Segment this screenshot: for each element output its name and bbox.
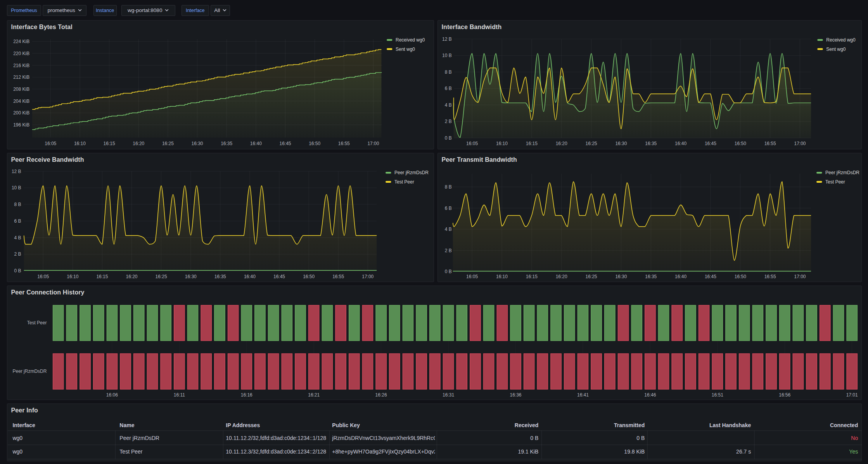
svg-text:6 B: 6 B (444, 86, 451, 92)
svg-text:16:15: 16:15 (526, 274, 537, 279)
svg-text:Sent wg0: Sent wg0 (396, 47, 415, 52)
svg-text:8 B: 8 B (14, 202, 21, 207)
svg-text:16:15: 16:15 (96, 274, 108, 279)
svg-text:Peer jRzmDsDR: Peer jRzmDsDR (825, 170, 859, 176)
svg-text:8 B: 8 B (444, 69, 451, 75)
svg-text:212 KiB: 212 KiB (13, 75, 29, 80)
svg-text:16:20: 16:20 (126, 274, 137, 279)
svg-text:10.11.12.2/32,fdfd:d3ad:c0de:1: 10.11.12.2/32,fdfd:d3ad:c0de:1234::1/128 (226, 435, 326, 441)
svg-text:16:20: 16:20 (133, 141, 144, 147)
svg-text:6 B: 6 B (14, 218, 21, 224)
svg-text:Received wg0: Received wg0 (396, 38, 425, 43)
svg-text:16:55: 16:55 (764, 274, 776, 279)
svg-text:16:50: 16:50 (309, 141, 320, 147)
svg-text:196 KiB: 196 KiB (13, 122, 29, 128)
svg-text:17:00: 17:00 (794, 141, 806, 147)
svg-text:Peer jRzmDsDR: Peer jRzmDsDR (119, 435, 159, 441)
svg-text:Sent wg0: Sent wg0 (826, 47, 846, 52)
svg-text:16:40: 16:40 (244, 274, 256, 279)
svg-text:16:10: 16:10 (67, 274, 78, 279)
svg-text:16:20: 16:20 (555, 141, 567, 147)
svg-text:16:05: 16:05 (37, 274, 49, 279)
svg-text:16:30: 16:30 (191, 141, 203, 147)
svg-text:4 B: 4 B (14, 235, 21, 241)
svg-text:16:25: 16:25 (162, 141, 173, 147)
svg-text:16:50: 16:50 (303, 274, 315, 279)
svg-text:16:55: 16:55 (764, 141, 776, 147)
svg-text:16:55: 16:55 (332, 274, 344, 279)
svg-text:208 KiB: 208 KiB (13, 87, 29, 92)
svg-text:19.8 KiB: 19.8 KiB (624, 448, 645, 455)
svg-text:224 KiB: 224 KiB (13, 39, 29, 44)
svg-text:Yes: Yes (849, 448, 858, 455)
svg-text:16:40: 16:40 (250, 141, 261, 147)
svg-text:2 B: 2 B (444, 248, 451, 253)
svg-text:Public Key: Public Key (332, 422, 360, 428)
svg-text:204 KiB: 204 KiB (13, 99, 29, 104)
svg-text:16:35: 16:35 (221, 141, 232, 147)
svg-text:16:40: 16:40 (675, 274, 686, 279)
svg-text:0 B: 0 B (636, 435, 645, 441)
svg-text:16:26: 16:26 (375, 392, 387, 398)
svg-text:16:41: 16:41 (577, 392, 589, 398)
svg-text:jRzmDsDRVnwCt13vsyamXherk9L9Rh: jRzmDsDRVnwCt13vsyamXherk9L9RhRcQ5EK (332, 435, 448, 441)
svg-text:216 KiB: 216 KiB (13, 63, 29, 68)
svg-text:16:06: 16:06 (106, 392, 118, 398)
svg-text:Interface: Interface (12, 422, 35, 428)
svg-text:8 B: 8 B (444, 184, 451, 190)
svg-text:19.1 KiB: 19.1 KiB (518, 448, 538, 455)
svg-text:12 B: 12 B (12, 169, 21, 174)
svg-text:16:05: 16:05 (466, 141, 478, 147)
svg-text:16:05: 16:05 (45, 141, 56, 147)
svg-text:Test Peer: Test Peer (119, 448, 142, 455)
svg-text:17:00: 17:00 (794, 274, 806, 279)
svg-text:10 B: 10 B (442, 53, 452, 59)
svg-text:0 B: 0 B (14, 268, 21, 274)
svg-text:10 B: 10 B (12, 185, 21, 190)
svg-text:16:56: 16:56 (779, 392, 790, 398)
svg-text:16:10: 16:10 (74, 141, 86, 147)
svg-text:16:30: 16:30 (185, 274, 196, 279)
svg-text:16:45: 16:45 (279, 141, 291, 147)
svg-text:16:35: 16:35 (214, 274, 226, 279)
svg-text:2 B: 2 B (444, 119, 451, 125)
svg-text:16:50: 16:50 (734, 274, 746, 279)
svg-text:0 B: 0 B (444, 269, 451, 274)
svg-text:220 KiB: 220 KiB (13, 51, 29, 56)
svg-text:16:25: 16:25 (585, 274, 597, 279)
svg-text:Received: Received (514, 422, 538, 428)
svg-text:16:30: 16:30 (615, 141, 627, 147)
svg-text:IP Addresses: IP Addresses (226, 422, 260, 428)
svg-text:17:00: 17:00 (367, 141, 379, 147)
svg-text:16:51: 16:51 (711, 392, 723, 398)
svg-text:Received wg0: Received wg0 (826, 38, 856, 43)
svg-text:16:20: 16:20 (555, 274, 567, 279)
svg-text:Name: Name (119, 422, 134, 428)
svg-text:16:31: 16:31 (443, 392, 454, 398)
svg-text:16:35: 16:35 (645, 141, 657, 147)
svg-text:wg0: wg0 (12, 448, 22, 455)
svg-text:16:25: 16:25 (585, 141, 597, 147)
svg-text:16:36: 16:36 (510, 392, 521, 398)
svg-text:2 B: 2 B (14, 252, 21, 257)
svg-text:16:46: 16:46 (644, 392, 656, 398)
svg-text:6 B: 6 B (444, 206, 451, 211)
svg-text:16:05: 16:05 (466, 274, 478, 279)
svg-text:16:10: 16:10 (496, 274, 507, 279)
svg-text:wg0: wg0 (12, 435, 22, 441)
svg-text:16:11: 16:11 (173, 392, 185, 398)
svg-text:Peer jRzmDsDR: Peer jRzmDsDR (394, 170, 429, 176)
svg-text:Test Peer: Test Peer (394, 179, 414, 185)
svg-text:+8he+pyWH7Oa9g2FVjIxQzy04brLX+: +8he+pyWH7Oa9g2FVjIxQzy04brLX+Dqv2yz (332, 448, 442, 455)
svg-text:200 KiB: 200 KiB (13, 111, 29, 116)
svg-text:17:00: 17:00 (362, 274, 373, 279)
svg-text:17:01: 17:01 (846, 392, 858, 398)
svg-text:Test Peer: Test Peer (27, 320, 47, 325)
svg-text:4 B: 4 B (444, 227, 451, 232)
svg-text:Last Handshake: Last Handshake (709, 422, 751, 428)
svg-text:4 B: 4 B (444, 102, 451, 108)
svg-text:16:35: 16:35 (645, 274, 657, 279)
svg-text:0 B: 0 B (530, 435, 538, 441)
svg-text:16:50: 16:50 (734, 141, 746, 147)
svg-text:16:45: 16:45 (704, 274, 716, 279)
